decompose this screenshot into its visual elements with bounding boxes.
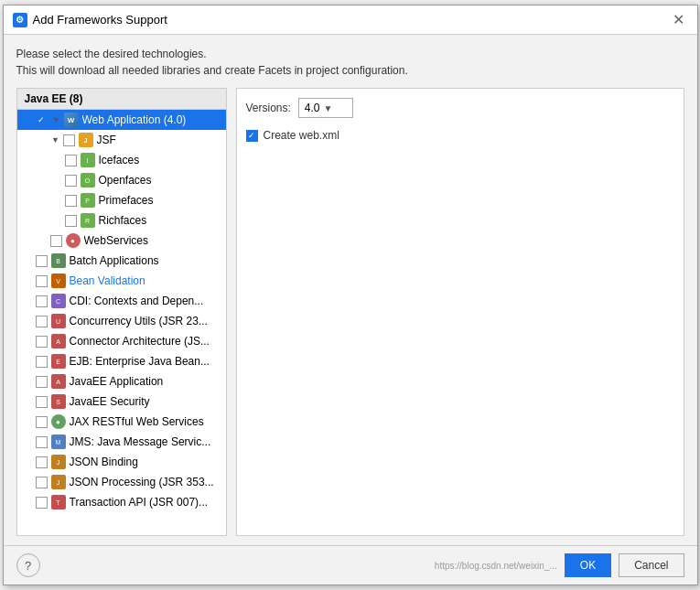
cancel-button[interactable]: Cancel <box>619 553 684 577</box>
main-content: Java EE (8) ▼ W Web Application (4.0) ▼ … <box>16 88 684 536</box>
tree-item-json-processing[interactable]: J JSON Processing (JSR 353... <box>17 472 226 492</box>
icon-ejb: E <box>51 354 66 369</box>
tree-item-batch[interactable]: B Batch Applications <box>17 251 226 271</box>
checkbox-bean[interactable] <box>36 275 48 287</box>
checkbox-javaee-sec[interactable] <box>36 396 48 408</box>
versions-label: Versions: <box>246 102 291 114</box>
watermark: https://blog.csdn.net/weixin_... <box>435 561 557 571</box>
checkbox-openfaces[interactable] <box>65 175 77 187</box>
tree-item-connector[interactable]: A Connector Architecture (JS... <box>17 331 226 351</box>
tree-item-icefaces[interactable]: I Icefaces <box>17 150 226 170</box>
checkbox-batch[interactable] <box>36 255 48 267</box>
tree-item-jms[interactable]: M JMS: Java Message Servic... <box>17 432 226 452</box>
ok-button[interactable]: OK <box>565 553 611 577</box>
close-button[interactable]: ✕ <box>670 11 688 29</box>
tree-item-jsf[interactable]: ▼ J JSF <box>17 130 226 150</box>
icon-json-binding: J <box>51 455 66 469</box>
checkbox-javaee-app[interactable] <box>36 376 48 388</box>
icon-cdi: C <box>51 294 66 308</box>
description-line2: This will download all needed libraries … <box>16 62 684 79</box>
label-icefaces: Icefaces <box>99 154 140 166</box>
label-json-processing: JSON Processing (JSR 353... <box>70 476 214 488</box>
label-ejb: EJB: Enterprise Java Bean... <box>70 355 210 368</box>
checkbox-ejb[interactable] <box>36 356 48 368</box>
icon-concurrency: U <box>51 314 66 328</box>
label-richfaces: Richfaces <box>99 214 147 227</box>
checkbox-concurrency[interactable] <box>36 316 48 327</box>
tree-item-ejb[interactable]: E EJB: Enterprise Java Bean... <box>17 351 226 371</box>
checkbox-cdi[interactable] <box>36 295 48 307</box>
label-jsf: JSF <box>97 134 116 146</box>
icon-javaee-sec: S <box>51 394 66 409</box>
label-jax-rs: JAX RESTful Web Services <box>70 415 204 428</box>
dialog-title: Add Frameworks Support <box>33 13 167 27</box>
icon-icefaces: I <box>81 153 95 167</box>
checkbox-connector[interactable] <box>36 336 48 348</box>
add-frameworks-dialog: ⚙ Add Frameworks Support ✕ Please select… <box>3 5 698 585</box>
versions-row: Versions: 4.0 ▼ <box>246 98 674 118</box>
icon-connector: A <box>51 334 66 349</box>
tree-item-jax-rs[interactable]: ● JAX RESTful Web Services <box>17 412 226 432</box>
label-json-binding: JSON Binding <box>70 456 138 468</box>
icon-batch: B <box>51 253 66 268</box>
tree-item-webservices[interactable]: ● WebServices <box>17 231 226 251</box>
label-transaction: Transaction API (JSR 007)... <box>70 496 209 509</box>
icon-transaction: T <box>51 495 66 510</box>
icon-bean: V <box>51 274 66 288</box>
checkbox-webservices[interactable] <box>50 235 62 247</box>
arrow-jsf: ▼ <box>50 134 61 145</box>
checkbox-richfaces[interactable] <box>65 215 77 227</box>
icon-jms: M <box>51 434 66 449</box>
tree-item-richfaces[interactable]: R Richfaces <box>17 210 226 231</box>
create-xml-row[interactable]: Create web.xml <box>246 129 674 142</box>
framework-tree-panel[interactable]: Java EE (8) ▼ W Web Application (4.0) ▼ … <box>16 88 227 536</box>
create-xml-checkbox[interactable] <box>246 130 258 142</box>
label-javaee-sec: JavaEE Security <box>70 395 150 408</box>
description: Please select the desired technologies. … <box>16 46 684 79</box>
icon-openfaces: O <box>81 173 95 188</box>
checkbox-jsf[interactable] <box>63 134 75 146</box>
tree-item-bean[interactable]: V Bean Validation <box>17 271 226 291</box>
checkbox-primefaces[interactable] <box>65 195 77 207</box>
group-label: Java EE (8) <box>25 92 83 105</box>
arrow-web-app: ▼ <box>51 114 62 125</box>
tree-item-web-app[interactable]: ▼ W Web Application (4.0) <box>17 110 226 130</box>
checkbox-transaction[interactable] <box>36 497 48 509</box>
tree-item-javaee-app[interactable]: A JavaEE Application <box>17 371 226 392</box>
label-jms: JMS: Java Message Servic... <box>70 435 211 448</box>
tree-item-concurrency[interactable]: U Concurrency Utils (JSR 23... <box>17 311 226 331</box>
tree-item-openfaces[interactable]: O Openfaces <box>17 170 226 190</box>
description-line1: Please select the desired technologies. <box>16 46 684 62</box>
label-primefaces: Primefaces <box>99 194 154 207</box>
checkbox-web-app[interactable] <box>36 114 48 126</box>
version-value: 4.0 <box>305 102 320 114</box>
label-bean: Bean Validation <box>70 274 145 287</box>
label-connector: Connector Architecture (JS... <box>70 335 210 348</box>
tree-item-cdi[interactable]: C CDI: Contexts and Depen... <box>17 291 226 311</box>
title-bar: ⚙ Add Frameworks Support ✕ <box>4 5 697 35</box>
dialog-icon: ⚙ <box>13 13 27 27</box>
icon-jax-rs: ● <box>51 414 66 429</box>
create-xml-label: Create web.xml <box>264 129 339 142</box>
checkbox-json-binding[interactable] <box>36 456 48 468</box>
version-dropdown[interactable]: 4.0 ▼ <box>298 98 353 118</box>
tree-group-header: Java EE (8) <box>17 89 226 110</box>
icon-web-app: W <box>64 113 79 127</box>
label-cdi: CDI: Contexts and Depen... <box>70 295 204 307</box>
tree-item-transaction[interactable]: T Transaction API (JSR 007)... <box>17 492 226 512</box>
dialog-footer: ? https://blog.csdn.net/weixin_... OK Ca… <box>4 545 697 585</box>
checkbox-jax-rs[interactable] <box>36 416 48 428</box>
icon-json-processing: J <box>51 475 66 489</box>
checkbox-json-processing[interactable] <box>36 477 48 488</box>
tree-item-json-binding[interactable]: J JSON Binding <box>17 452 226 472</box>
checkbox-icefaces[interactable] <box>65 155 77 166</box>
checkbox-jms[interactable] <box>36 436 48 448</box>
tree-item-javaee-sec[interactable]: S JavaEE Security <box>17 392 226 412</box>
title-bar-left: ⚙ Add Frameworks Support <box>13 13 167 27</box>
label-concurrency: Concurrency Utils (JSR 23... <box>70 315 208 327</box>
icon-javaee-app: A <box>51 374 66 389</box>
help-button[interactable]: ? <box>16 553 40 577</box>
label-javaee-app: JavaEE Application <box>70 375 164 388</box>
tree-item-primefaces[interactable]: P Primefaces <box>17 190 226 210</box>
dialog-body: Please select the desired technologies. … <box>4 35 697 545</box>
